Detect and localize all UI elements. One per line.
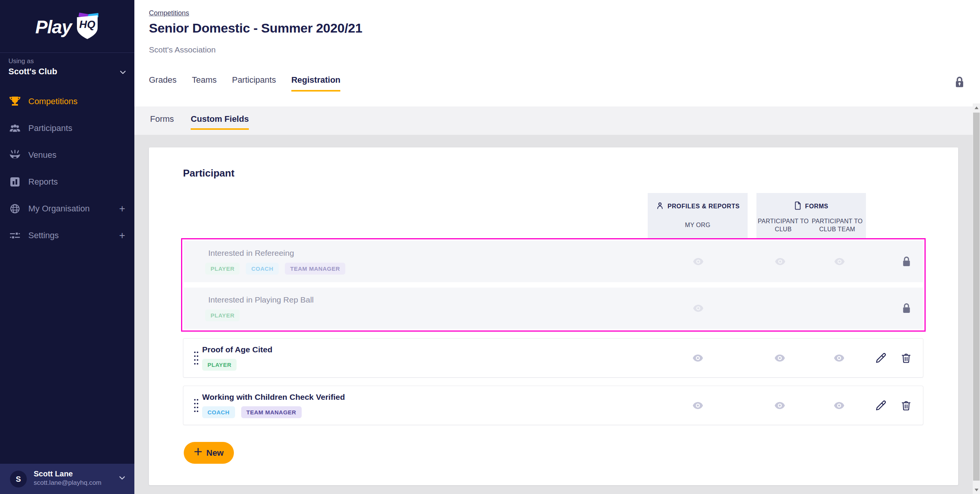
using-as-label: Using as bbox=[8, 57, 34, 65]
scroll-up-button[interactable] bbox=[973, 103, 980, 112]
scroll-down-button[interactable] bbox=[973, 486, 980, 494]
visibility-eye-icon-my-org bbox=[693, 304, 704, 312]
sidebar-item-venues[interactable]: Venues bbox=[0, 142, 134, 168]
triangle-up-icon bbox=[975, 106, 978, 109]
expand-plus-icon[interactable]: + bbox=[119, 230, 125, 242]
visibility-eye-icon-participant-to-club-team bbox=[834, 258, 845, 266]
column-group-profiles-reports: PROFILES & REPORTS MY ORG bbox=[648, 193, 748, 239]
role-badge-coach: COACH bbox=[202, 406, 235, 418]
tab-registration[interactable]: Registration bbox=[291, 75, 340, 92]
main-area: Competitions Senior Domestic - Summer 20… bbox=[134, 0, 980, 494]
sidebar-item-my-organisation[interactable]: My Organisation + bbox=[0, 195, 134, 222]
edit-button[interactable] bbox=[875, 352, 887, 364]
custom-field-row-working-with-children-check-verified: Working with Children Check Verified COA… bbox=[183, 386, 923, 425]
sidebar-item-label: Competitions bbox=[28, 97, 77, 106]
custom-field-title: Working with Children Check Verified bbox=[202, 393, 345, 402]
custom-field-row-proof-of-age-cited: Proof of Age Cited PLAYER bbox=[183, 338, 923, 378]
tab-grades[interactable]: Grades bbox=[149, 75, 176, 92]
drag-handle[interactable] bbox=[193, 350, 199, 366]
document-icon bbox=[794, 201, 802, 211]
delete-button[interactable] bbox=[901, 400, 912, 411]
drag-handle[interactable] bbox=[193, 398, 199, 413]
playhq-shield-icon: HQ bbox=[73, 12, 99, 42]
page-subtitle: Scott's Association bbox=[149, 45, 216, 54]
svg-text:HQ: HQ bbox=[79, 18, 95, 30]
org-switcher[interactable]: Using as Scott's Club bbox=[0, 57, 134, 83]
bar-chart-icon bbox=[8, 176, 21, 188]
visibility-eye-icon-my-org[interactable] bbox=[692, 401, 704, 409]
tab-teams[interactable]: Teams bbox=[192, 75, 217, 92]
sidebar-item-competitions[interactable]: Competitions bbox=[0, 88, 134, 115]
custom-field-row-interested-in-refereeing: Interested in Refereeing PLAYER COACH TE… bbox=[184, 241, 923, 282]
visibility-eye-icon-participant-to-club-team[interactable] bbox=[833, 354, 845, 362]
new-button-label: New bbox=[206, 448, 224, 458]
user-menu[interactable]: S Scott Lane scott.lane@playhq.com bbox=[0, 464, 134, 494]
expand-plus-icon[interactable]: + bbox=[119, 203, 125, 215]
column-group-label: FORMS bbox=[805, 203, 828, 210]
sidebar-item-participants[interactable]: Participants bbox=[0, 115, 134, 142]
tab-participants[interactable]: Participants bbox=[232, 75, 276, 92]
sidebar-item-label: Venues bbox=[28, 150, 56, 160]
visibility-eye-icon-participant-to-club[interactable] bbox=[774, 354, 786, 362]
page-content: Participant PROFILES & REPORTS MY ORG bbox=[134, 135, 973, 494]
visibility-eye-icon-my-org[interactable] bbox=[692, 354, 704, 362]
subtab-bar: Forms Custom Fields bbox=[134, 106, 973, 135]
user-email: scott.lane@playhq.com bbox=[34, 479, 101, 487]
role-badge-player: PLAYER bbox=[205, 263, 240, 275]
panel-title: Participant bbox=[183, 167, 234, 179]
stadium-icon bbox=[8, 149, 21, 161]
subtab-custom-fields[interactable]: Custom Fields bbox=[191, 114, 249, 130]
role-badge-team-manager: TEAM MANAGER bbox=[241, 406, 302, 418]
locked-field-lock-icon bbox=[902, 256, 911, 267]
sidebar-item-label: My Organisation bbox=[28, 204, 90, 214]
edit-button[interactable] bbox=[875, 400, 887, 411]
plus-icon bbox=[194, 448, 202, 458]
playhq-logo: Play HQ bbox=[0, 8, 134, 46]
role-badge-team-manager: TEAM MANAGER bbox=[285, 263, 345, 275]
role-badge-player: PLAYER bbox=[205, 309, 240, 321]
sidebar-divider bbox=[0, 52, 134, 53]
triangle-down-icon bbox=[975, 489, 978, 491]
registration-lock-icon[interactable] bbox=[954, 76, 965, 90]
locked-field-lock-icon bbox=[902, 303, 911, 314]
scrollbar-thumb[interactable] bbox=[973, 113, 980, 481]
subtab-forms[interactable]: Forms bbox=[150, 114, 174, 130]
sidebar-menu: Competitions Participants bbox=[0, 88, 134, 249]
sidebar-item-label: Reports bbox=[28, 177, 58, 187]
new-custom-field-button[interactable]: New bbox=[184, 442, 234, 464]
user-name: Scott Lane bbox=[34, 469, 73, 478]
trophy-icon bbox=[8, 95, 21, 108]
custom-field-title: Proof of Age Cited bbox=[202, 345, 273, 354]
person-icon bbox=[656, 201, 664, 211]
sliders-icon bbox=[8, 229, 21, 242]
visibility-eye-icon-participant-to-club-team[interactable] bbox=[833, 401, 845, 409]
custom-field-row-interested-in-playing-rep-ball: Interested in Playing Rep Ball PLAYER bbox=[184, 288, 923, 329]
sidebar-item-label: Participants bbox=[28, 123, 72, 133]
current-org-name: Scott's Club bbox=[8, 67, 57, 77]
column-group-label: PROFILES & REPORTS bbox=[668, 203, 740, 210]
visibility-eye-icon-my-org bbox=[693, 258, 704, 266]
custom-field-title: Interested in Refereeing bbox=[208, 249, 294, 258]
sidebar: Play HQ Using as Scott's Club bbox=[0, 0, 134, 494]
globe-icon bbox=[8, 203, 21, 215]
delete-button[interactable] bbox=[901, 352, 912, 364]
tab-bar: Grades Teams Participants Registration bbox=[149, 75, 340, 92]
visibility-eye-icon-participant-to-club bbox=[774, 258, 786, 266]
avatar: S bbox=[10, 471, 27, 487]
sidebar-item-reports[interactable]: Reports bbox=[0, 168, 134, 195]
visibility-eye-icon-participant-to-club[interactable] bbox=[774, 401, 786, 409]
sidebar-item-settings[interactable]: Settings + bbox=[0, 222, 134, 249]
breadcrumb[interactable]: Competitions bbox=[149, 9, 189, 17]
chevron-down-icon bbox=[120, 69, 126, 76]
page-header: Competitions Senior Domestic - Summer 20… bbox=[134, 0, 980, 106]
participant-custom-fields-panel: Participant PROFILES & REPORTS MY ORG bbox=[149, 147, 958, 485]
locked-custom-fields-highlight: Interested in Refereeing PLAYER COACH TE… bbox=[181, 238, 926, 332]
vertical-scrollbar bbox=[973, 103, 980, 494]
logo-text: Play bbox=[35, 16, 72, 38]
custom-field-title: Interested in Playing Rep Ball bbox=[208, 295, 314, 304]
column-participant-to-club-team: PARTICIPANT TO CLUB TEAM bbox=[808, 218, 866, 234]
chevron-down-icon bbox=[119, 474, 125, 481]
role-badge-coach: COACH bbox=[246, 263, 279, 275]
playhq-app: Play HQ Using as Scott's Club bbox=[0, 0, 980, 494]
sidebar-item-label: Settings bbox=[28, 231, 59, 240]
